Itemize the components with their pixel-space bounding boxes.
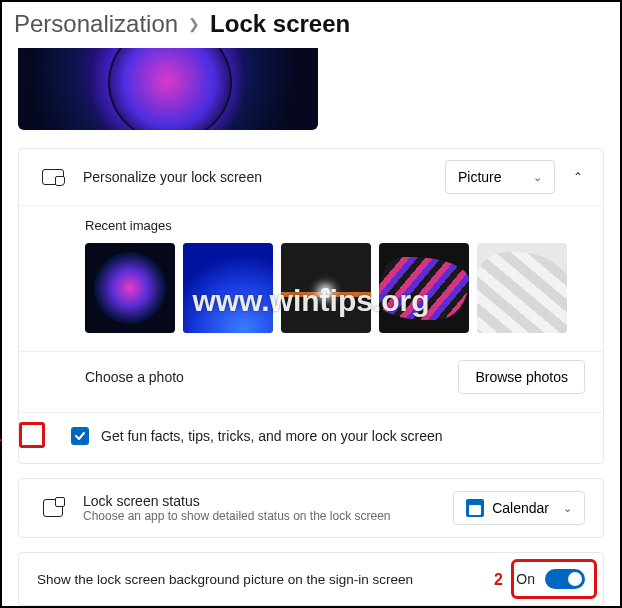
funfacts-checkbox[interactable] [71, 427, 89, 445]
toggle-knob [568, 572, 582, 586]
recent-image-1[interactable] [85, 243, 175, 333]
status-app-select[interactable]: Calendar ⌄ [453, 491, 585, 525]
page-title: Lock screen [210, 10, 350, 38]
calendar-icon [466, 499, 484, 517]
lockscreen-preview [18, 48, 318, 130]
status-title: Lock screen status [83, 493, 391, 509]
recent-image-2[interactable] [183, 243, 273, 333]
personalize-title: Personalize your lock screen [83, 169, 262, 185]
toggle-track [545, 569, 585, 589]
annotation-1-box [19, 422, 45, 448]
chevron-down-icon: ⌄ [563, 502, 572, 515]
background-type-value: Picture [458, 169, 502, 185]
status-subtitle: Choose an app to show detailed status on… [83, 509, 391, 523]
browse-photos-button[interactable]: Browse photos [458, 360, 585, 394]
background-type-select[interactable]: Picture ⌄ [445, 160, 555, 194]
recent-images-label: Recent images [19, 206, 603, 243]
annotation-2: 2 [494, 571, 503, 589]
signin-picture-card: Show the lock screen background picture … [18, 552, 604, 606]
recent-images [19, 243, 603, 351]
status-icon [43, 499, 63, 517]
signin-label: Show the lock screen background picture … [37, 572, 413, 587]
breadcrumb: Personalization ❯ Lock screen [2, 2, 620, 48]
funfacts-label: Get fun facts, tips, tricks, and more on… [101, 428, 443, 444]
chevron-down-icon: ⌄ [533, 171, 542, 184]
status-app-value: Calendar [492, 500, 549, 516]
chevron-right-icon: ❯ [188, 16, 200, 32]
monitor-lock-icon [42, 169, 64, 185]
recent-image-5[interactable] [477, 243, 567, 333]
annotation-1: 1 [0, 427, 2, 445]
recent-image-3[interactable] [281, 243, 371, 333]
expand-toggle[interactable]: ⌃ [571, 170, 585, 184]
recent-image-4[interactable] [379, 243, 469, 333]
personalize-card: Personalize your lock screen Picture ⌄ ⌃… [18, 148, 604, 464]
breadcrumb-parent[interactable]: Personalization [14, 10, 178, 38]
status-card: Lock screen status Choose an app to show… [18, 478, 604, 538]
choose-photo-label: Choose a photo [85, 369, 184, 385]
